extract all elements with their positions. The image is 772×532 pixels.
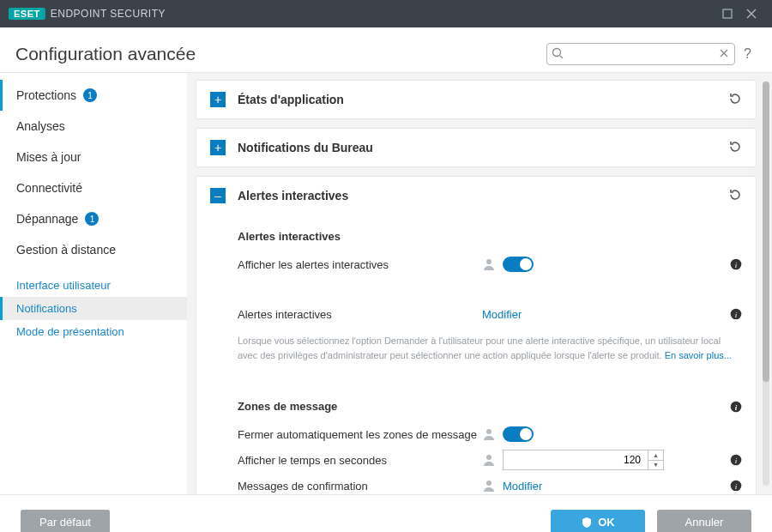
sidebar-item-troubleshoot[interactable]: Dépannage 1 — [0, 203, 187, 234]
toggle-autoclose[interactable] — [503, 426, 534, 442]
spin-down-icon[interactable]: ▼ — [648, 461, 663, 470]
svg-rect-0 — [723, 9, 732, 18]
sidebar: Protections 1 Analyses Mises à jour Conn… — [0, 73, 187, 494]
panel-header-interactive[interactable]: – Alertes interactives — [196, 177, 756, 215]
cancel-button[interactable]: Annuler — [657, 510, 751, 533]
panel-header-desktop-notif[interactable]: + Notifications du Bureau — [196, 129, 756, 166]
shield-icon — [581, 517, 593, 529]
expand-icon: + — [210, 140, 226, 155]
svg-point-2 — [486, 259, 492, 264]
top-pane: Configuration avancée ? — [0, 27, 772, 73]
window-close-icon[interactable] — [739, 5, 763, 22]
learn-more-link[interactable]: En savoir plus... — [665, 350, 732, 360]
window-maximize-icon[interactable] — [715, 5, 739, 22]
sidebar-item-label: Dépannage — [16, 212, 78, 226]
panel-title: Alertes interactives — [238, 189, 348, 203]
sidebar-item-connectivity[interactable]: Connectivité — [0, 172, 187, 203]
row-confirm-messages: Messages de confirmation Modifier i — [238, 473, 742, 494]
product-name: ENDPOINT SECURITY — [51, 8, 166, 20]
badge: 1 — [83, 88, 97, 102]
number-input-wrap: ▲ ▼ — [503, 450, 664, 470]
svg-point-13 — [486, 481, 492, 486]
spin-up-icon[interactable]: ▲ — [648, 450, 663, 461]
default-button[interactable]: Par défaut — [21, 510, 110, 533]
sidebar-item-label: Gestion à distance — [16, 243, 116, 257]
row-label: Alertes interactives — [238, 308, 482, 321]
reset-icon[interactable] — [728, 92, 742, 108]
svg-point-9 — [486, 429, 492, 434]
edit-link[interactable]: Modifier — [503, 480, 542, 493]
panel-app-status: + États d'application — [196, 80, 757, 119]
row-autoclose: Fermer automatiquement les zones de mess… — [238, 421, 742, 447]
info-icon[interactable]: i — [730, 258, 742, 270]
section-title-msgboxes: Zones de message i — [238, 400, 742, 413]
row-interactive-alerts-edit: Alertes interactives Modifier i — [238, 301, 742, 327]
panel-header-app-status[interactable]: + États d'application — [196, 81, 756, 118]
sidebar-item-label: Analyses — [16, 119, 65, 133]
help-icon[interactable]: ? — [744, 46, 751, 62]
row-label: Afficher les alertes interactives — [238, 258, 482, 271]
row-label: Fermer automatiquement les zones de mess… — [238, 428, 482, 441]
bottom-bar: Par défaut OK Annuler — [0, 494, 772, 532]
info-icon[interactable]: i — [730, 401, 742, 413]
section-title: Alertes interactives — [238, 230, 742, 243]
row-label: Messages de confirmation — [238, 480, 482, 493]
info-icon[interactable]: i — [730, 454, 742, 466]
page-title: Configuration avancée — [15, 44, 196, 64]
sidebar-item-label: Protections — [16, 88, 76, 102]
row-show-alerts: Afficher les alertes interactives i — [238, 251, 742, 277]
ok-button-label: OK — [598, 516, 615, 529]
ok-button[interactable]: OK — [551, 510, 645, 533]
search-icon — [552, 47, 564, 62]
time-seconds-input[interactable] — [503, 450, 648, 470]
panel-desktop-notif: + Notifications du Bureau — [196, 128, 757, 167]
edit-link[interactable]: Modifier — [482, 308, 522, 321]
sidebar-item-analyses[interactable]: Analyses — [0, 111, 187, 142]
user-icon — [482, 479, 496, 493]
svg-point-10 — [486, 455, 492, 460]
row-label: Afficher le temps en secondes — [238, 454, 482, 467]
titlebar: ESET ENDPOINT SECURITY — [0, 0, 772, 27]
expand-icon: + — [210, 92, 226, 107]
search-input[interactable] — [546, 43, 735, 65]
sidebar-sub-presentation[interactable]: Mode de présentation — [0, 320, 187, 343]
section-title-label: Zones de message — [238, 400, 337, 413]
panel-body: Alertes interactives Afficher les alerte… — [196, 215, 756, 494]
sidebar-item-updates[interactable]: Mises à jour — [0, 142, 187, 172]
toggle-show-alerts[interactable] — [503, 257, 534, 272]
panel-title: Notifications du Bureau — [238, 141, 373, 154]
user-icon — [482, 453, 496, 467]
sidebar-item-remote[interactable]: Gestion à distance — [0, 234, 187, 265]
row-time-seconds: Afficher le temps en secondes ▲ ▼ i — [238, 447, 742, 473]
collapse-icon: – — [210, 188, 226, 203]
search-field[interactable] — [546, 43, 735, 65]
panel-interactive-alerts: – Alertes interactives Alertes interacti… — [196, 176, 757, 494]
brand-badge: ESET — [9, 8, 45, 20]
svg-point-1 — [553, 49, 561, 57]
clear-icon[interactable] — [718, 47, 730, 62]
help-text-body: Lorsque vous sélectionnez l'option Deman… — [238, 336, 721, 360]
info-icon[interactable]: i — [730, 480, 742, 492]
sidebar-item-protections[interactable]: Protections 1 — [0, 80, 187, 111]
brand-logo: ESET ENDPOINT SECURITY — [9, 8, 166, 20]
panel-title: États d'application — [238, 93, 344, 106]
spinner: ▲ ▼ — [648, 450, 664, 470]
user-icon — [482, 427, 496, 441]
sidebar-item-label: Mises à jour — [16, 150, 81, 164]
badge: 1 — [85, 212, 99, 226]
reset-icon[interactable] — [728, 140, 742, 156]
scrollbar-thumb[interactable] — [763, 82, 769, 382]
sidebar-item-label: Connectivité — [16, 181, 82, 195]
help-text: Lorsque vous sélectionnez l'option Deman… — [238, 334, 742, 362]
content-area: + États d'application + Notifications du… — [187, 73, 772, 494]
user-icon — [482, 257, 496, 271]
info-icon[interactable]: i — [730, 308, 742, 320]
reset-icon[interactable] — [728, 188, 742, 204]
sidebar-sub-ui[interactable]: Interface utilisateur — [0, 274, 187, 297]
sidebar-sub-notifications[interactable]: Notifications — [0, 297, 187, 320]
